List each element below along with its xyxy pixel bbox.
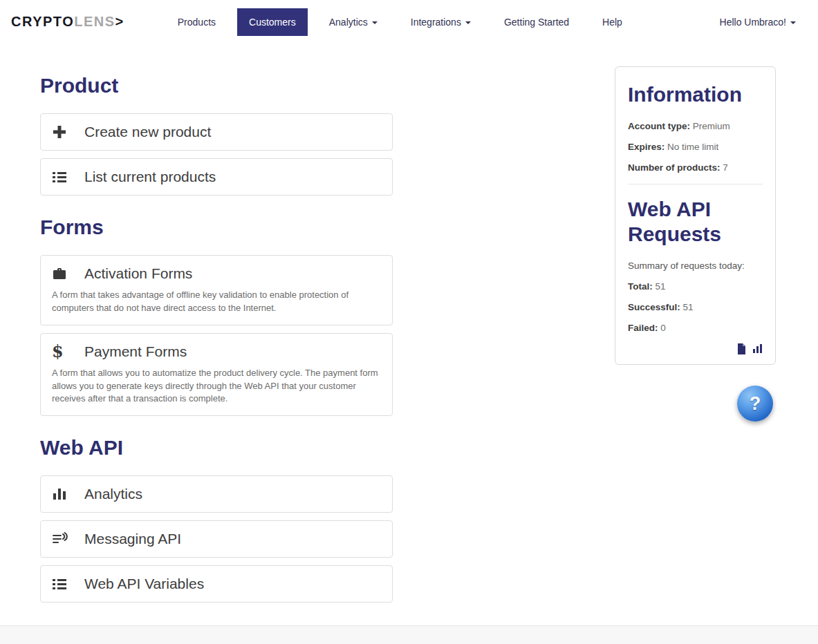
number-of-products-row: Number of products: 7 — [628, 162, 763, 173]
panel-head: List current products — [52, 169, 381, 185]
chevron-down-icon — [465, 21, 471, 24]
nav-item-customers[interactable]: Customers — [237, 8, 308, 36]
brand-logo[interactable]: CRYPTOLENS> — [11, 14, 124, 30]
page-footer — [0, 625, 818, 644]
failed-label: Failed: — [628, 323, 658, 333]
account-type-label: Account type: — [628, 121, 690, 131]
list-current-products-panel[interactable]: List current products — [40, 158, 393, 196]
panel-description: A form that takes advantage of offline k… — [52, 289, 381, 315]
panel-title: Web API Variables — [84, 576, 204, 592]
plus-icon — [52, 124, 73, 140]
number-of-products-label: Number of products: — [628, 162, 721, 173]
panel-head: Analytics — [52, 486, 381, 502]
information-title: Information — [628, 82, 763, 107]
account-type-row: Account type: Premium — [628, 121, 763, 131]
successful-value: 51 — [683, 302, 694, 312]
chart-icon[interactable] — [752, 343, 763, 354]
failed-row: Failed: 0 — [628, 323, 763, 333]
nav-item-integrations[interactable]: Integrations — [399, 8, 483, 36]
nav-item-help-label: Help — [602, 17, 622, 28]
card-icons — [628, 343, 763, 354]
panel-title: Create new product — [84, 124, 211, 140]
panel-title: Activation Forms — [84, 265, 192, 282]
page: CRYPTOLENS> Products Customers Analytics… — [0, 0, 818, 644]
panel-title: List current products — [84, 169, 216, 185]
total-row: Total: 51 — [628, 281, 763, 292]
report-doc-icon[interactable] — [737, 343, 746, 354]
panel-head: Web API Variables — [52, 576, 381, 592]
nav-item-customers-label: Customers — [249, 17, 296, 28]
web-api-requests-title: Web API Requests — [628, 197, 763, 247]
user-menu-label: Hello Umbraco! — [720, 17, 786, 28]
nav-item-analytics[interactable]: Analytics — [317, 8, 389, 36]
nav-item-integrations-label: Integrations — [411, 17, 461, 28]
panel-title: Payment Forms — [84, 343, 187, 360]
nav-item-analytics-label: Analytics — [329, 17, 368, 28]
bar-chart-icon — [52, 487, 73, 501]
forms-section-title: Forms — [40, 215, 393, 240]
messaging-icon — [52, 532, 73, 546]
create-new-product-panel[interactable]: Create new product — [40, 113, 393, 151]
panel-head: $ Payment Forms — [52, 343, 381, 360]
panel-title: Analytics — [84, 486, 142, 502]
web-api-variables-panel[interactable]: Web API Variables — [40, 565, 393, 603]
left-column: Product Create new product List current … — [40, 66, 393, 610]
brand-logo-arrow: > — [115, 14, 124, 29]
nav-item-products-label: Products — [178, 17, 216, 28]
brand-logo-bold: CRYPTO — [11, 14, 74, 29]
account-type-value: Premium — [693, 121, 730, 131]
panel-head: Messaging API — [52, 531, 381, 547]
right-column: Information Account type: Premium Expire… — [615, 66, 776, 422]
top-navbar: CRYPTOLENS> Products Customers Analytics… — [0, 0, 818, 44]
list-icon — [52, 577, 73, 591]
nav-item-getting-started[interactable]: Getting Started — [492, 8, 581, 36]
panel-description: A form that allows you to automatize the… — [52, 367, 381, 406]
user-menu[interactable]: Hello Umbraco! — [720, 17, 796, 28]
successful-row: Successful: 51 — [628, 302, 763, 312]
payment-forms-panel[interactable]: $ Payment Forms A form that allows you t… — [40, 333, 393, 417]
expires-label: Expires: — [628, 142, 664, 152]
list-icon — [52, 170, 73, 184]
product-section-title: Product — [40, 73, 393, 98]
dollar-icon: $ — [52, 343, 73, 360]
web-api-section-title: Web API — [40, 435, 393, 460]
nav-links: Products Customers Analytics Integration… — [166, 8, 644, 36]
nav-item-getting-started-label: Getting Started — [504, 17, 569, 28]
chevron-down-icon — [790, 21, 796, 24]
briefcase-icon — [52, 267, 73, 281]
main-content: Product Create new product List current … — [0, 44, 818, 625]
analytics-panel[interactable]: Analytics — [40, 475, 393, 513]
successful-label: Successful: — [628, 302, 680, 312]
number-of-products-value: 7 — [723, 162, 728, 173]
chevron-down-icon — [372, 21, 378, 24]
nav-item-products[interactable]: Products — [166, 8, 227, 36]
expires-value: No time limit — [667, 142, 718, 152]
information-card: Information Account type: Premium Expire… — [615, 66, 776, 365]
expires-row: Expires: No time limit — [628, 142, 763, 152]
panel-head: Create new product — [52, 124, 381, 140]
panel-title: Messaging API — [84, 531, 181, 547]
total-value: 51 — [656, 281, 666, 292]
total-label: Total: — [628, 281, 653, 292]
nav-item-help[interactable]: Help — [591, 8, 634, 36]
help-button-label: ? — [750, 393, 761, 415]
requests-summary: Summary of requests today: — [628, 261, 763, 271]
activation-forms-panel[interactable]: Activation Forms A form that takes advan… — [40, 255, 393, 325]
brand-logo-light: LENS — [74, 14, 115, 29]
help-button[interactable]: ? — [737, 386, 773, 422]
panel-head: Activation Forms — [52, 265, 381, 282]
card-divider — [628, 184, 763, 184]
failed-value: 0 — [660, 323, 666, 333]
messaging-api-panel[interactable]: Messaging API — [40, 520, 393, 558]
